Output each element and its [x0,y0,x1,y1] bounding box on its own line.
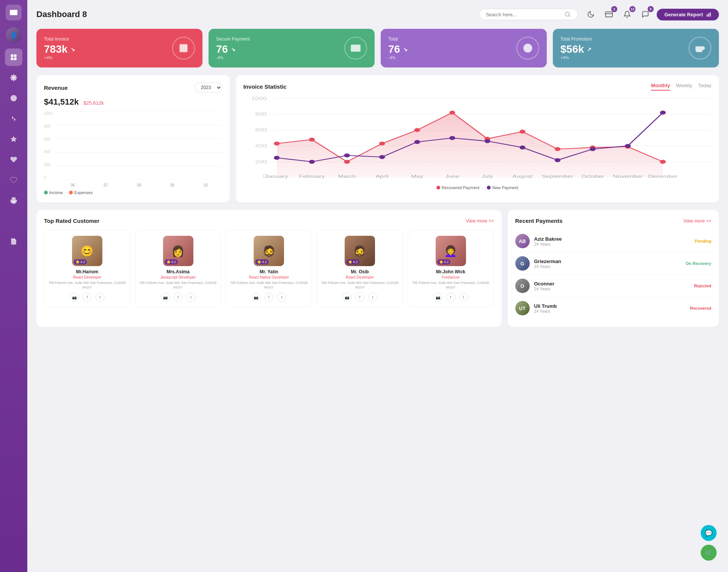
svg-text:December: December [648,174,678,179]
svg-point-69 [344,154,350,157]
tab-today[interactable]: Today [698,83,711,91]
bar-label-07: 07 [104,183,108,187]
payment-info-aziz: Aziz Bakree 24 Years [534,236,690,246]
payment-avatar-ulitrumb: UT [515,301,530,315]
customer-role-asima: Javascript Developer [139,275,217,279]
generate-report-button[interactable]: Generate Report [657,9,719,20]
sidebar-item-dashboard[interactable] [5,49,22,66]
facebook-icon[interactable]: f [83,293,92,302]
svg-text:400: 400 [255,143,267,148]
customer-role-hariom: React Developer [48,275,126,279]
sidebar-item-star[interactable] [5,130,22,148]
stat-value-payment: 76 [216,43,228,55]
invoice-tabs: Monthly Weekly Today [651,83,711,91]
svg-rect-0 [10,10,17,15]
search-box[interactable] [479,9,578,20]
svg-point-56 [309,138,315,141]
instagram-icon-3[interactable]: 📷 [251,293,260,302]
svg-rect-2 [11,55,14,57]
sidebar-item-settings[interactable] [5,69,22,86]
svg-text:800: 800 [255,111,267,116]
cart-float-button[interactable]: 🛒 [701,545,717,561]
dark-mode-toggle[interactable] [584,8,598,21]
main-content: Dashboard 8 2 12 5 Generate Report [27,0,728,572]
sidebar-item-doc[interactable] [5,233,22,250]
legend-expenses: Expenses [69,190,93,195]
customer-address-yatin: 795 Folsom Ave, Suite 600 San Francisco,… [230,281,308,290]
instagram-icon-2[interactable]: 📷 [161,293,170,302]
bell-button[interactable]: 12 [620,8,634,21]
floating-buttons: 💬 🛒 [701,525,717,561]
stat-value-total: 76 [388,43,400,55]
stat-label-total: Total [388,36,408,42]
customer-address-asima: 795 Folsom Ave, Suite 600 San Francisco,… [139,281,217,290]
customer-avatar-yatin: 🧔 ⭐ 4.2 [254,236,284,266]
sidebar-item-print[interactable] [5,192,22,209]
svg-point-63 [555,147,560,151]
legend-income: Income [44,190,63,195]
customer-rating-hariom: ⭐ 4.2 [74,259,87,265]
sidebar-item-heart1[interactable] [5,151,22,168]
twitter-icon[interactable]: t [96,293,105,302]
instagram-icon-5[interactable]: 📷 [433,293,442,302]
svg-rect-24 [710,13,711,17]
sidebar-item-analytics[interactable] [5,110,22,127]
payment-age-aziz: 24 Years [534,242,690,246]
social-icons-asima: 📷 f t [139,293,217,302]
svg-rect-11 [12,201,16,204]
payment-status-aziz: Pending [695,239,711,243]
customer-rating-yatin: ⭐ 4.2 [255,259,269,265]
sidebar-item-heart2[interactable] [5,171,22,189]
customer-card-hariom: 😊 ⭐ 4.2 Mr.Hariom React Developer 795 Fo… [44,230,130,307]
wallet-button[interactable]: 2 [602,8,616,21]
year-select[interactable]: 2023 2022 [195,83,222,92]
customer-name-yatin: Mr. Yatin [230,269,308,274]
twitter-icon-5[interactable]: t [459,293,468,302]
support-float-button[interactable]: 💬 [701,525,717,541]
svg-line-19 [569,16,570,17]
svg-point-78 [660,111,665,114]
payment-status-oconner: Rejected [694,284,711,288]
header: Dashboard 8 2 12 5 Generate Report [36,8,719,21]
stat-icon-invoice [172,37,195,60]
payments-view-more[interactable]: View more >> [683,218,711,224]
stat-value-invoice: 783k [44,43,67,55]
facebook-icon-4[interactable]: f [355,293,364,302]
instagram-icon-4[interactable]: 📷 [342,293,351,302]
svg-point-77 [625,144,631,148]
sidebar-item-info[interactable] [5,89,22,107]
svg-point-72 [449,136,455,140]
payment-status-ulitrumb: Recovered [690,306,711,310]
svg-rect-22 [707,14,708,17]
sidebar-logo[interactable] [6,5,22,20]
payments-title: Recent Payments [515,218,563,224]
twitter-icon-2[interactable]: t [187,293,196,302]
stat-change-promotion: +4% [560,55,592,60]
twitter-icon-3[interactable]: t [277,293,286,302]
svg-point-55 [274,141,279,145]
svg-point-75 [555,158,560,162]
sidebar-item-list[interactable] [5,212,22,230]
facebook-icon-5[interactable]: f [446,293,455,302]
search-input[interactable] [486,12,562,17]
stat-card-promotion: Total Promotion $56k ↗ +4% [553,29,719,67]
avatar[interactable]: 👤 [6,27,21,42]
customer-address-johnwick: 795 Folsom Ave, Suite 600 San Francisco,… [412,281,490,290]
svg-point-31 [523,44,532,52]
facebook-icon-2[interactable]: f [174,293,183,302]
section-row: Top Rated Customer View more >> 😊 ⭐ 4.2 … [36,210,719,327]
svg-text:February: February [299,174,325,179]
tab-monthly[interactable]: Monthly [651,83,670,91]
social-icons-hariom: 📷 f t [48,293,126,302]
stat-label-payment: Secure Payment [216,36,250,42]
revenue-chart: 02004006008001000 [44,111,222,187]
chat-button[interactable]: 5 [639,8,652,21]
facebook-icon-3[interactable]: f [264,293,273,302]
tab-weekly[interactable]: Weekly [676,83,692,91]
instagram-icon[interactable]: 📷 [70,293,79,302]
twitter-icon-4[interactable]: t [368,293,377,302]
customer-avatar-johnwick: 👩‍🦱 ⭐ 4.2 [436,236,466,266]
customers-view-more[interactable]: View more >> [466,218,494,224]
svg-text:January: January [265,174,288,179]
revenue-amount: $41,512k [44,97,79,107]
